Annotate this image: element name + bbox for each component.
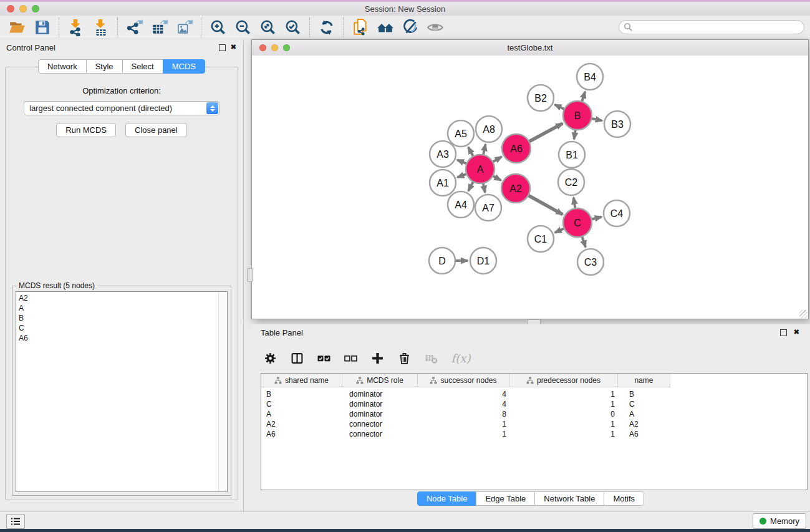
network-zoom-button[interactable] (283, 44, 290, 51)
zoom-selected-button[interactable] (281, 17, 306, 38)
desktop-strip-bottom (0, 529, 810, 532)
float-table-panel-icon[interactable] (780, 329, 787, 336)
vertical-splitter-handle[interactable] (247, 268, 253, 282)
table-panel-title: Table Panel (261, 328, 303, 337)
function-icon: f(x) (451, 352, 471, 365)
node-label-A: A (477, 164, 484, 175)
copy-session-icon (352, 19, 369, 36)
toolbar-separator (117, 17, 118, 37)
table-cell: 0 (509, 410, 618, 418)
float-panel-icon[interactable] (219, 44, 226, 51)
zoom-in-button[interactable] (206, 17, 231, 38)
export-image-button[interactable] (172, 17, 197, 38)
node-label-B2: B2 (534, 93, 547, 104)
task-history-button[interactable] (6, 514, 25, 529)
table-row[interactable]: Adominator80A (261, 409, 807, 419)
select-all-columns-icon (317, 352, 330, 365)
node-label-C3: C3 (584, 257, 597, 268)
table-cell: 4 (418, 390, 509, 399)
network-canvas[interactable]: AA6A2BCA5A8A3A1A4A7B2B4B3B1C2C4C1C3DD1 (252, 56, 808, 319)
table-cell: 1 (509, 400, 618, 409)
save-session-button[interactable] (30, 17, 55, 38)
delete-column-button[interactable] (397, 350, 412, 366)
import-table-button[interactable] (89, 17, 113, 38)
window-title: Session: New Session (365, 4, 445, 14)
tab-mcds[interactable]: MCDS (163, 59, 205, 74)
tab-motifs[interactable]: Motifs (604, 491, 644, 506)
zoom-selected-icon (284, 19, 302, 36)
mcds-result-item[interactable]: B (16, 313, 227, 323)
tab-network[interactable]: Network (38, 59, 87, 74)
table-row[interactable]: Bdominator41B (261, 389, 807, 399)
zoom-out-button[interactable] (231, 17, 256, 38)
tab-node-table[interactable]: Node Table (417, 491, 477, 506)
table-row[interactable]: A6connector11A6 (261, 429, 807, 439)
result-scrollbar[interactable] (218, 292, 227, 491)
delete-table-button (423, 350, 438, 366)
import-network-button[interactable] (64, 17, 89, 38)
table-row[interactable]: A2connector11A2 (261, 419, 807, 429)
settings-icon (264, 352, 277, 365)
table-cell: 8 (418, 410, 509, 418)
hide-panels-button[interactable] (398, 17, 423, 38)
column-header-name[interactable]: name (618, 374, 670, 387)
column-header-successor-nodes[interactable]: successor nodes (418, 374, 509, 387)
close-window-button[interactable] (7, 5, 14, 12)
close-panel-icon[interactable]: ✖ (231, 43, 236, 51)
memory-label: Memory (770, 516, 799, 526)
run-mcds-button[interactable]: Run MCDS (56, 123, 116, 137)
optimization-criterion-select[interactable]: largest connected component (directed) (24, 101, 219, 115)
select-stepper-icon (206, 102, 218, 114)
mcds-result-item[interactable]: C (16, 323, 227, 333)
select-all-columns-button[interactable] (316, 350, 331, 366)
node-label-A8: A8 (483, 124, 495, 135)
memory-button[interactable]: Memory (753, 513, 806, 529)
deselect-all-columns-button[interactable] (343, 350, 358, 366)
network-minimize-button[interactable] (271, 44, 278, 51)
node-label-D: D (438, 256, 446, 266)
mcds-result-item[interactable]: A (16, 303, 227, 313)
mcds-result-item[interactable]: A6 (16, 333, 227, 343)
zoom-fit-button[interactable] (256, 17, 281, 38)
column-header-predecessor-nodes[interactable]: predecessor nodes (509, 374, 618, 387)
show-panels-button[interactable] (423, 17, 448, 38)
tab-style[interactable]: Style (86, 59, 123, 74)
minimize-window-button[interactable] (19, 5, 27, 12)
show-panels-icon (427, 19, 444, 36)
add-column-button[interactable] (370, 350, 385, 366)
tab-network-table[interactable]: Network Table (534, 491, 604, 506)
tab-select[interactable]: Select (122, 59, 163, 74)
tab-edge-table[interactable]: Edge Table (476, 491, 535, 506)
node-label-D1: D1 (477, 256, 490, 266)
home-view-button[interactable] (373, 17, 398, 38)
table-panel: Table Panel ✖ f(x) shared nameMCDS roles… (251, 324, 810, 511)
close-panel-button[interactable]: Close panel (125, 123, 187, 137)
export-table-button[interactable] (147, 17, 172, 38)
settings-button[interactable] (263, 350, 277, 366)
export-network-button[interactable] (122, 17, 147, 38)
table-cell: dominator (342, 410, 418, 418)
split-view-button[interactable] (289, 350, 304, 366)
copy-session-button[interactable] (348, 17, 373, 38)
close-table-panel-icon[interactable]: ✖ (794, 328, 799, 336)
table-cell: A (261, 410, 342, 418)
zoom-out-icon (234, 19, 252, 36)
zoom-window-button[interactable] (32, 5, 39, 12)
mcds-result-item[interactable]: A2 (16, 293, 227, 303)
import-table-icon (92, 19, 110, 36)
network-graph[interactable]: AA6A2BCA5A8A3A1A4A7B2B4B3B1C2C4C1C3DD1 (252, 56, 808, 319)
table-panel-tabs: Node TableEdge TableNetwork TableMotifs (251, 491, 810, 506)
network-close-button[interactable] (259, 44, 266, 51)
mcds-result-listbox[interactable]: A2ABCA6 (16, 291, 228, 492)
search-input[interactable] (619, 20, 804, 34)
application-window: Session: New Session Control Panel ✖ Net… (0, 0, 810, 532)
column-header-MCDS-role[interactable]: MCDS role (342, 374, 418, 387)
network-window-titlebar[interactable]: testGlobe.txt (252, 40, 808, 56)
titlebar[interactable]: Session: New Session (0, 2, 810, 16)
open-folder-button[interactable] (5, 17, 30, 38)
window-resize-grip[interactable] (799, 310, 808, 318)
refresh-view-button[interactable] (314, 17, 339, 38)
table-row[interactable]: Cdominator41C (261, 399, 807, 409)
table-cell: dominator (342, 400, 418, 409)
column-header-shared-name[interactable]: shared name (261, 374, 342, 387)
